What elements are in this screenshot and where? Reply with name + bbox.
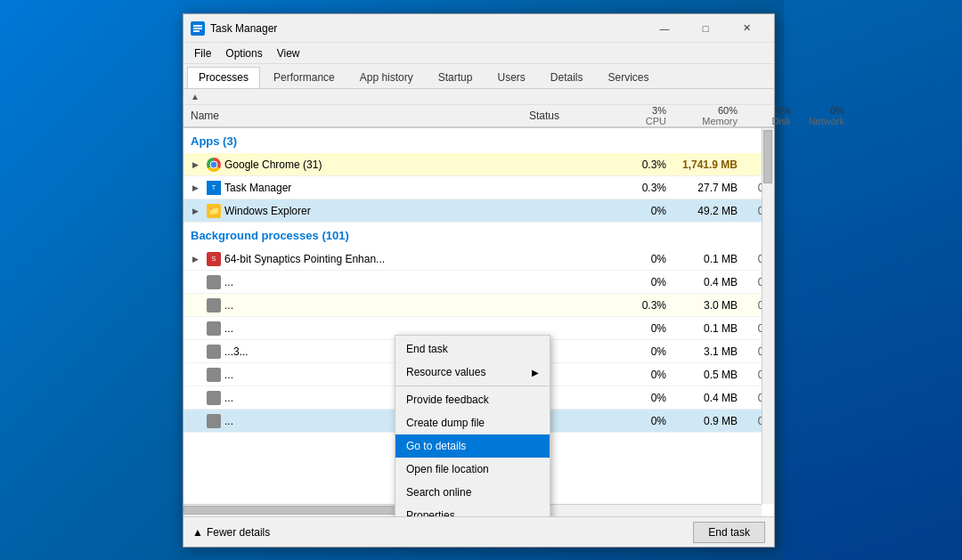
end-task-button[interactable]: End task bbox=[693, 522, 765, 543]
row-mem: 3.1 MB bbox=[673, 345, 745, 358]
ctx-end-task[interactable]: End task bbox=[395, 337, 550, 361]
menu-file[interactable]: File bbox=[187, 45, 218, 61]
task-manager-window: Task Manager — □ ✕ File Options View Pro… bbox=[183, 13, 775, 548]
ctx-provide-feedback[interactable]: Provide feedback bbox=[395, 388, 550, 411]
footer: ▲ Fewer details End task bbox=[183, 516, 774, 547]
expand-icon[interactable]: ▶ bbox=[192, 207, 203, 215]
app-icon-gen bbox=[207, 414, 221, 428]
cpu-label: CPU bbox=[618, 116, 666, 126]
app-icon-gen bbox=[207, 298, 221, 312]
col-header-cpu[interactable]: 3% CPU bbox=[611, 105, 673, 126]
tab-startup[interactable]: Startup bbox=[427, 67, 485, 88]
table-row[interactable]: ▶ Google Chrome (31) 0.3% 1,741.9 MB 0.1… bbox=[183, 153, 774, 176]
ctx-create-dump[interactable]: Create dump file bbox=[395, 411, 550, 434]
submenu-arrow: ▶ bbox=[532, 368, 539, 377]
svg-rect-1 bbox=[193, 25, 202, 27]
table-area: Apps (3) ▶ Google Chrome (31) 0.3% 1,741… bbox=[183, 128, 774, 516]
ctx-resource-values[interactable]: Resource values ▶ bbox=[395, 361, 550, 384]
app-icon-chrome bbox=[207, 158, 221, 172]
row-cpu: 0.3% bbox=[611, 182, 673, 194]
maximize-button[interactable]: □ bbox=[685, 14, 726, 43]
svg-rect-3 bbox=[193, 30, 200, 32]
window-title: Task Manager bbox=[210, 22, 644, 35]
table-row[interactable]: ▶ S 64-bit Synaptics Pointing Enhan... 0… bbox=[183, 248, 774, 271]
col-header-name[interactable]: Name bbox=[183, 110, 522, 122]
row-mem: 0.1 MB bbox=[673, 322, 745, 335]
ctx-go-to-details[interactable]: Go to details bbox=[395, 434, 550, 458]
app-icon-gen bbox=[207, 345, 221, 359]
tab-services[interactable]: Services bbox=[597, 67, 661, 88]
row-mem: 49.2 MB bbox=[673, 205, 745, 217]
ctx-properties[interactable]: Properties bbox=[395, 504, 550, 516]
ctx-search-online[interactable]: Search online bbox=[395, 481, 550, 504]
mem-pct: 60% bbox=[681, 105, 738, 116]
fewer-details-arrow: ▲ bbox=[192, 526, 203, 539]
row-name: ▶ ... bbox=[183, 321, 522, 336]
ctx-properties-label: Properties bbox=[406, 509, 455, 516]
table-row[interactable]: ▶ 📁 Windows Explorer 0% 49.2 MB 0 MB/s 0… bbox=[183, 199, 774, 223]
window-controls: — □ ✕ bbox=[644, 14, 767, 43]
row-cpu: 0.3% bbox=[611, 158, 673, 171]
tab-app-history[interactable]: App history bbox=[348, 67, 425, 88]
row-name: ▶ 📁 Windows Explorer bbox=[183, 204, 522, 218]
tab-users[interactable]: Users bbox=[485, 67, 536, 88]
process-name: ...3... bbox=[224, 345, 249, 358]
ctx-open-file-location-label: Open file location bbox=[406, 463, 489, 475]
row-cpu: 0.3% bbox=[611, 299, 673, 312]
tab-bar: Processes Performance App history Startu… bbox=[183, 64, 774, 89]
col-header-disk[interactable]: 0% Disk bbox=[745, 105, 798, 126]
col-header-mem[interactable]: 60% Memory bbox=[673, 105, 745, 126]
menu-options[interactable]: Options bbox=[218, 45, 269, 61]
row-cpu: 0% bbox=[611, 322, 673, 335]
tab-processes[interactable]: Processes bbox=[187, 67, 260, 88]
row-mem: 27.7 MB bbox=[673, 182, 745, 194]
row-cpu: 0% bbox=[611, 253, 673, 265]
minimize-button[interactable]: — bbox=[644, 14, 685, 43]
process-name: ... bbox=[224, 415, 233, 427]
row-mem: 0.4 MB bbox=[673, 276, 745, 288]
scrollbar-thumb-v[interactable] bbox=[763, 130, 772, 183]
app-icon-we: 📁 bbox=[207, 204, 221, 218]
row-name: ▶ S 64-bit Synaptics Pointing Enhan... bbox=[183, 252, 522, 266]
row-name: ▶ Google Chrome (31) bbox=[183, 158, 522, 172]
fewer-details-label: Fewer details bbox=[207, 526, 270, 539]
ctx-open-file-location[interactable]: Open file location bbox=[395, 458, 550, 481]
apps-section-label: Apps (3) bbox=[191, 134, 237, 148]
fewer-details-button[interactable]: ▲ Fewer details bbox=[192, 526, 270, 539]
titlebar: Task Manager — □ ✕ bbox=[183, 14, 774, 43]
row-name: ▶ ... bbox=[183, 298, 522, 312]
scrollbar-vertical[interactable] bbox=[762, 128, 774, 504]
col-header-status[interactable]: Status bbox=[522, 110, 611, 122]
table-row[interactable]: ▶ ... 0.3% 3.0 MB 0 MB/s 0 Mbps bbox=[183, 294, 774, 317]
process-name: ... bbox=[224, 392, 233, 404]
menu-view[interactable]: View bbox=[270, 45, 307, 61]
app-icon-gen bbox=[207, 275, 221, 289]
row-name: ▶ ... bbox=[183, 275, 522, 289]
process-name: ... bbox=[224, 299, 233, 312]
expand-icon[interactable]: ▶ bbox=[192, 183, 203, 192]
app-icon-syn: S bbox=[207, 252, 221, 266]
row-mem: 0.9 MB bbox=[673, 415, 745, 427]
row-cpu: 0% bbox=[611, 392, 673, 404]
tab-details[interactable]: Details bbox=[539, 67, 595, 88]
table-row[interactable]: ▶ T Task Manager 0.3% 27.7 MB 0 MB/s 0 M… bbox=[183, 176, 774, 199]
bg-section-label: Background processes (101) bbox=[191, 229, 349, 242]
column-headers: Name Status 3% CPU 60% Memory 0% Disk 0%… bbox=[183, 105, 774, 128]
app-icon-gen bbox=[207, 321, 221, 336]
collapse-arrow[interactable]: ▲ bbox=[191, 92, 200, 101]
app-icon-gen bbox=[207, 391, 221, 405]
close-button[interactable]: ✕ bbox=[726, 14, 767, 43]
ctx-resource-values-label: Resource values bbox=[406, 366, 485, 378]
col-header-net[interactable]: 0% Network bbox=[798, 105, 852, 126]
row-mem: 0.1 MB bbox=[673, 253, 745, 265]
collapse-row: ▲ bbox=[183, 89, 774, 105]
tab-performance[interactable]: Performance bbox=[262, 67, 346, 88]
table-row[interactable]: ▶ ... 0% 0.4 MB 0 MB/s 0 Mbps bbox=[183, 271, 774, 294]
row-mem: 0.5 MB bbox=[673, 369, 745, 381]
row-name: ▶ T Task Manager bbox=[183, 181, 522, 195]
app-icon-gen bbox=[207, 368, 221, 382]
expand-icon[interactable]: ▶ bbox=[192, 160, 203, 169]
expand-icon[interactable]: ▶ bbox=[192, 255, 203, 264]
bg-section-header: Background processes (101) bbox=[183, 223, 774, 248]
ctx-go-to-details-label: Go to details bbox=[406, 440, 466, 452]
